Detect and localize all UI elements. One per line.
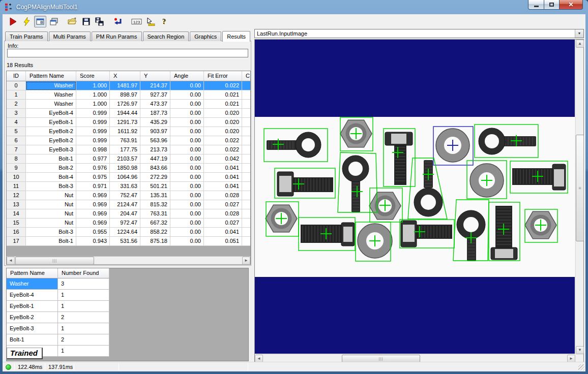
tab-train-params[interactable]: Train Params [5, 32, 48, 41]
image-display-panel: ▲ ≡ ▼ ◄ ||| ► [254, 39, 584, 363]
col-header-pattern[interactable]: Pattern Name [7, 268, 58, 278]
window-title: CogPMAlignMultiTool1 [16, 4, 78, 11]
results-row[interactable]: 4EyeBolt-10.9991291.73435.290.000.020 [7, 118, 250, 127]
status-bar: 122.48ms 137.91ms [3, 362, 585, 371]
results-row[interactable]: 16Bolt-30.9551224.64858.220.000.041 [7, 228, 250, 237]
save-icon [82, 17, 91, 26]
tab-results[interactable]: Results [222, 31, 250, 42]
position-tool-button[interactable] [144, 16, 156, 27]
scroll-right-arrow-icon[interactable]: ► [242, 257, 250, 265]
summary-row[interactable]: Washer3 [7, 278, 109, 290]
tab-pm-run-params[interactable]: PM Run Params [92, 32, 142, 41]
save-button[interactable] [80, 16, 92, 27]
results-row[interactable]: 3EyeBolt-40.9991944.44187.730.000.020 [7, 109, 250, 118]
results-grid: ID Pattern Name Score X Y Angle Fit Erro… [6, 71, 251, 265]
image-window-icon [36, 17, 45, 26]
float-image-button[interactable] [48, 16, 60, 27]
eyebolt-shaft [351, 181, 360, 212]
scroll-up-arrow-icon[interactable]: ▲ [576, 40, 584, 48]
open-button[interactable] [66, 16, 78, 27]
trained-state-label: Trained [7, 348, 43, 359]
image-source-combobox[interactable]: LastRun.InputImage ▼ [254, 29, 584, 38]
results-row[interactable]: 5EyeBolt-20.9991611.92903.970.000.020 [7, 127, 250, 136]
results-row[interactable]: 10Bolt-40.9751064.96272.290.000.041 [7, 173, 250, 182]
col-header-number-found[interactable]: Number Found [58, 268, 109, 278]
pointer-ruler-icon [145, 17, 155, 26]
tool-window: CogPMAlignMultiTool1 ✕ [0, 0, 588, 374]
close-icon: ✕ [568, 1, 573, 8]
summary-row[interactable]: EyeBolt-11 [7, 301, 109, 312]
trigger-button[interactable] [20, 16, 33, 27]
col-header-score[interactable]: Score [76, 71, 110, 81]
info-label: Info: [8, 43, 18, 49]
help-button[interactable]: ? ? [158, 16, 170, 27]
col-header-x[interactable]: X [110, 71, 140, 81]
results-row[interactable]: 11Bolt-30.971331.63501.210.000.041 [7, 182, 250, 191]
results-count-label: 18 Results [7, 62, 33, 68]
minimize-icon [534, 6, 539, 7]
eyebolt-shaft [267, 140, 297, 150]
toolbar: 123 ? ? [3, 14, 585, 28]
resize-grip[interactable] [578, 364, 584, 370]
results-row[interactable]: 8Bolt-10.9772103.57447.190.000.042 [7, 154, 250, 164]
reset-arrow-icon [113, 17, 123, 26]
scroll-thumb[interactable]: ≡ [576, 135, 584, 241]
tab-strip: Train Params Multi Params PM Run Params … [5, 30, 251, 41]
save-as-button[interactable] [94, 16, 106, 27]
results-row[interactable]: 2Washer1.0001726.97473.370.000.021 [7, 100, 250, 109]
col-header-id[interactable]: ID [7, 71, 26, 81]
results-row[interactable]: 14Nut0.969204.47763.310.000.028 [7, 209, 250, 219]
results-row[interactable]: 17Bolt-10.943531.56875.180.000.051 [7, 237, 250, 246]
results-row[interactable]: 12Nut0.969752.47135.310.000.028 [7, 191, 250, 200]
maximize-button[interactable] [544, 0, 560, 10]
123-icon: 123 [131, 17, 142, 26]
tab-search-region[interactable]: Search Region [143, 32, 189, 41]
results-row[interactable]: 0Washer1.0001481.97214.370.000.022 [7, 81, 250, 90]
results-row[interactable]: 9Bolt-20.9761850.98843.660.000.041 [7, 164, 250, 173]
scroll-left-arrow-icon[interactable]: ◄ [7, 257, 15, 265]
close-button[interactable]: ✕ [560, 0, 583, 10]
results-row[interactable]: 1Washer1.000898.97927.370.000.021 [7, 90, 250, 100]
tab-multi-params[interactable]: Multi Params [49, 32, 91, 41]
results-row[interactable]: 13Nut0.9692124.47815.320.000.027 [7, 200, 250, 209]
summary-row[interactable]: EyeBolt-22 [7, 312, 109, 323]
total-time-value: 137.91ms [48, 364, 73, 370]
col-header-pattern-name[interactable]: Pattern Name [26, 71, 76, 81]
summary-row[interactable]: EyeBolt-31 [7, 323, 109, 334]
col-header-angle[interactable]: Angle [170, 71, 204, 81]
run-button[interactable] [7, 16, 19, 27]
float-window-icon [50, 17, 58, 26]
results-hscrollbar[interactable]: ◄ ||| ► [7, 256, 250, 264]
app-icon [5, 3, 13, 11]
title-bar[interactable]: CogPMAlignMultiTool1 ✕ [0, 0, 588, 14]
results-row[interactable]: 15Nut0.969972.47667.320.000.027 [7, 219, 250, 228]
maximize-icon [549, 3, 554, 7]
results-row[interactable]: 6EyeBolt-20.999763.91563.960.000.022 [7, 136, 250, 145]
show-image-button[interactable] [34, 16, 46, 27]
minimize-button[interactable] [528, 0, 544, 10]
help-icon: ? ? [160, 17, 168, 26]
results-123-button[interactable]: 123 [130, 16, 142, 27]
summary-grid-header: Pattern Name Number Found [7, 268, 109, 278]
col-header-y[interactable]: Y [140, 71, 170, 81]
tab-graphics[interactable]: Graphics [190, 32, 221, 41]
image-hscrollbar[interactable]: ◄ ||| ► [255, 354, 575, 362]
results-row[interactable]: 7EyeBolt-30.998177.75213.730.000.022 [7, 145, 250, 154]
svg-text:123: 123 [133, 19, 140, 24]
summary-row[interactable]: Bolt-12 [7, 334, 109, 346]
scroll-down-arrow-icon[interactable]: ▼ [576, 346, 584, 354]
summary-grid-body: Washer3EyeBolt-41EyeBolt-11EyeBolt-22Eye… [7, 278, 248, 357]
bolt-shaft [293, 177, 333, 192]
image-canvas[interactable] [255, 40, 575, 354]
chevron-down-icon[interactable]: ▼ [575, 29, 583, 38]
image-vscrollbar[interactable]: ▲ ≡ ▼ [575, 40, 583, 354]
status-ok-icon [6, 364, 11, 370]
col-header-coverage[interactable]: C [242, 71, 250, 81]
col-header-fit-error[interactable]: Fit Error [204, 71, 242, 81]
reset-button[interactable] [112, 16, 124, 27]
summary-row[interactable]: EyeBolt-41 [7, 290, 109, 301]
scrollbar-corner [575, 354, 583, 362]
scroll-thumb[interactable]: ||| [15, 257, 94, 265]
bolt-shaft [394, 145, 406, 185]
info-input[interactable] [7, 49, 248, 57]
